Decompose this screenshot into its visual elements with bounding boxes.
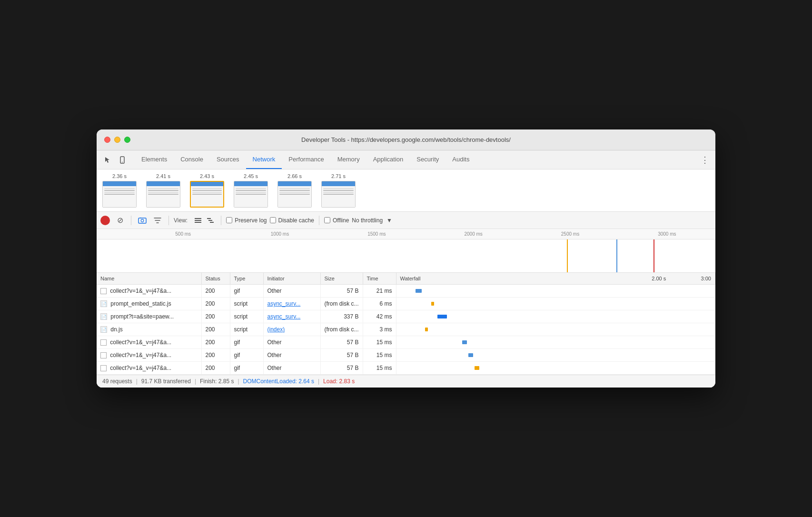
cell-initiator-3[interactable]: async_surv... bbox=[263, 310, 320, 323]
screenshot-thumb-2[interactable] bbox=[146, 181, 180, 208]
header-waterfall[interactable]: Waterfall 2.00 s 3:00 bbox=[396, 273, 715, 285]
table-row[interactable]: collect?v=1&_v=j47&a... 200 gif Other 57… bbox=[97, 336, 715, 349]
cell-waterfall-4 bbox=[396, 323, 715, 336]
header-status[interactable]: Status bbox=[201, 273, 230, 285]
tab-application[interactable]: Application bbox=[366, 150, 410, 169]
cell-initiator-4[interactable]: (index) bbox=[263, 323, 320, 336]
close-button[interactable] bbox=[104, 137, 110, 143]
cell-size-4: (from disk c... bbox=[320, 323, 363, 336]
table-row[interactable]: 📄 prompt?t=a&site=paew... 200 script asy… bbox=[97, 310, 715, 323]
toolbar-divider-3 bbox=[221, 216, 221, 225]
devtools-content: Elements Console Sources Network Perform… bbox=[97, 150, 715, 388]
cell-waterfall-1 bbox=[396, 285, 715, 298]
toolbar-divider-4 bbox=[319, 216, 319, 225]
header-size[interactable]: Size bbox=[320, 273, 363, 285]
row-checkbox-1[interactable] bbox=[100, 288, 107, 294]
row-checkbox-6[interactable] bbox=[100, 352, 107, 358]
filter-button[interactable] bbox=[151, 214, 164, 227]
status-requests: 49 requests bbox=[102, 378, 132, 385]
tab-network[interactable]: Network bbox=[246, 150, 282, 169]
maximize-button[interactable] bbox=[124, 137, 130, 143]
ruler-label-1500: 1500 ms bbox=[328, 231, 425, 237]
cell-waterfall-6 bbox=[396, 349, 715, 362]
minimize-button[interactable] bbox=[114, 137, 120, 143]
cell-name-2: 📄 prompt_embed_static.js bbox=[97, 298, 201, 310]
screenshot-thumb-4[interactable] bbox=[234, 181, 268, 208]
svg-point-3 bbox=[141, 219, 144, 222]
screenshot-1[interactable]: 2.36 s bbox=[102, 173, 137, 208]
disable-cache-checkbox[interactable] bbox=[270, 217, 276, 223]
table-row[interactable]: collect?v=1&_v=j47&a... 200 gif Other 57… bbox=[97, 362, 715, 375]
cell-size-6: 57 B bbox=[320, 349, 363, 362]
cell-time-2: 6 ms bbox=[363, 298, 396, 310]
screenshot-2[interactable]: 2.41 s bbox=[146, 173, 180, 208]
disable-cache-label[interactable]: Disable cache bbox=[270, 217, 314, 224]
tab-memory[interactable]: Memory bbox=[331, 150, 366, 169]
screenshot-5[interactable]: 2.66 s bbox=[277, 173, 312, 208]
row-checkbox-7[interactable] bbox=[100, 365, 107, 371]
list-view-button[interactable] bbox=[192, 215, 204, 226]
tab-performance[interactable]: Performance bbox=[282, 150, 330, 169]
tab-audits[interactable]: Audits bbox=[446, 150, 476, 169]
table-row[interactable]: collect?v=1&_v=j47&a... 200 gif Other 57… bbox=[97, 349, 715, 362]
screenshot-time-2: 2.41 s bbox=[156, 173, 170, 179]
cell-type-7: gif bbox=[230, 362, 263, 375]
more-tabs-button[interactable]: ⋮ bbox=[698, 153, 712, 167]
screenshot-camera-button[interactable] bbox=[136, 214, 149, 227]
screenshot-thumb-1[interactable] bbox=[102, 181, 137, 208]
network-table-container[interactable]: Name Status Type Initiator Size Time Wat… bbox=[97, 273, 715, 375]
view-buttons bbox=[192, 215, 216, 226]
screenshot-thumb-3[interactable] bbox=[190, 181, 224, 208]
tab-sources[interactable]: Sources bbox=[210, 150, 246, 169]
network-table: Name Status Type Initiator Size Time Wat… bbox=[97, 273, 715, 375]
record-button[interactable] bbox=[100, 216, 110, 225]
status-dom-content: DOMContentLoaded: 2.64 s bbox=[243, 378, 314, 385]
throttle-dropdown-icon[interactable]: ▼ bbox=[386, 217, 392, 224]
throttle-select[interactable]: No throttling ▼ bbox=[352, 217, 392, 224]
cell-initiator-5: Other bbox=[263, 336, 320, 349]
tabs-bar: Elements Console Sources Network Perform… bbox=[97, 150, 715, 169]
cell-time-4: 3 ms bbox=[363, 323, 396, 336]
offline-checkbox[interactable] bbox=[324, 217, 330, 223]
cell-type-4: script bbox=[230, 323, 263, 336]
table-row[interactable]: 📄 prompt_embed_static.js 200 script asyn… bbox=[97, 298, 715, 310]
cell-status-6: 200 bbox=[201, 349, 230, 362]
svg-rect-7 bbox=[207, 218, 211, 219]
timeline-line-yellow bbox=[567, 239, 568, 272]
row-checkbox-5[interactable] bbox=[100, 339, 107, 346]
cell-name-1: collect?v=1&_v=j47&a... bbox=[97, 285, 201, 298]
screenshot-4[interactable]: 2.45 s bbox=[234, 173, 268, 208]
cursor-icon[interactable] bbox=[100, 153, 114, 167]
tab-security[interactable]: Security bbox=[410, 150, 446, 169]
screenshot-3[interactable]: 2.43 s bbox=[190, 173, 224, 208]
cell-time-6: 15 ms bbox=[363, 349, 396, 362]
header-time[interactable]: Time bbox=[363, 273, 396, 285]
cell-time-5: 15 ms bbox=[363, 336, 396, 349]
table-row[interactable]: 📄 dn.js 200 script (index) (from disk c.… bbox=[97, 323, 715, 336]
devtools-window: Developer Tools - https://developers.goo… bbox=[97, 129, 715, 388]
cell-status-5: 200 bbox=[201, 336, 230, 349]
preserve-log-checkbox[interactable] bbox=[226, 217, 232, 223]
table-row[interactable]: collect?v=1&_v=j47&a... 200 gif Other 57… bbox=[97, 285, 715, 298]
mobile-icon[interactable] bbox=[116, 153, 129, 167]
tab-elements[interactable]: Elements bbox=[135, 150, 174, 169]
header-name[interactable]: Name bbox=[97, 273, 201, 285]
preserve-log-label[interactable]: Preserve log bbox=[226, 217, 267, 224]
status-bar: 49 requests | 91.7 KB transferred | Fini… bbox=[97, 375, 715, 388]
header-type[interactable]: Type bbox=[230, 273, 263, 285]
throttle-value: No throttling bbox=[352, 217, 383, 224]
tab-console[interactable]: Console bbox=[174, 150, 210, 169]
screenshot-thumb-5[interactable] bbox=[277, 181, 312, 208]
screenshot-6[interactable]: 2.71 s bbox=[321, 173, 356, 208]
cell-initiator-1: Other bbox=[263, 285, 320, 298]
cell-initiator-2[interactable]: async_surv... bbox=[263, 298, 320, 310]
clear-button[interactable]: ⊘ bbox=[114, 214, 126, 227]
cell-name-4: 📄 dn.js bbox=[97, 323, 201, 336]
waterfall-view-button[interactable] bbox=[205, 215, 216, 226]
svg-rect-2 bbox=[139, 218, 146, 223]
cell-name-7: collect?v=1&_v=j47&a... bbox=[97, 362, 201, 375]
preserve-log-text: Preserve log bbox=[235, 217, 267, 224]
header-initiator[interactable]: Initiator bbox=[263, 273, 320, 285]
offline-label[interactable]: Offline bbox=[324, 217, 349, 224]
screenshot-thumb-6[interactable] bbox=[321, 181, 356, 208]
